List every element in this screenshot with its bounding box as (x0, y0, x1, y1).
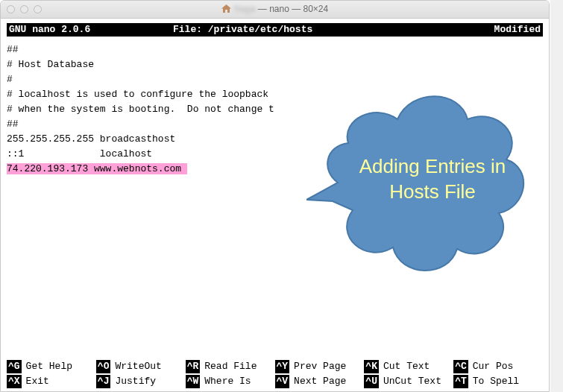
editor-line: # when the system is booting. Do not cha… (7, 104, 274, 115)
editor-line: ## (7, 44, 19, 55)
zoom-window-button[interactable] (34, 5, 42, 13)
editor-line: ## (7, 118, 19, 130)
shortcut-where-is: ^WWhere Is (186, 375, 275, 388)
shortcut-writeout: ^OWriteOut (96, 360, 186, 373)
terminal-content[interactable]: GNU nano 2.0.6 File: /private/etc/hosts … (1, 19, 549, 391)
shortcut-justify: ^JJustify (96, 375, 186, 388)
editor-line-highlighted: 74.220.193.173 www.webnots.com (7, 163, 187, 174)
minimize-window-button[interactable] (20, 5, 28, 13)
close-window-button[interactable] (7, 5, 15, 13)
shortcut-cut-text: ^KCut Text (364, 360, 453, 373)
traffic-lights (7, 5, 42, 13)
shortcut-next-page: ^VNext Page (275, 375, 365, 388)
titlebar: Naga — nano — 80×24 (1, 1, 549, 19)
editor-line: # (7, 74, 13, 85)
editor-line: # localhost is used to configure the loo… (7, 89, 274, 100)
home-icon (221, 4, 231, 15)
shortcut-read-file: ^RRead File (186, 360, 275, 373)
shortcut-to-spell: ^TTo Spell (453, 375, 543, 388)
nano-file-label: File: /private/etc/hosts (173, 23, 466, 37)
nano-version: GNU nano 2.0.6 (9, 23, 173, 37)
shortcut-uncut-text: ^UUnCut Text (364, 375, 453, 388)
editor-line: 255.255.255.255 broadcasthost (7, 133, 175, 145)
shortcut-prev-page: ^YPrev Page (275, 360, 365, 373)
page-scrollbar[interactable] (550, 0, 563, 392)
nano-shortcut-bar: ^GGet Help ^OWriteOut ^RRead File ^YPrev… (7, 360, 543, 388)
shortcut-get-help: ^GGet Help (7, 360, 96, 373)
window-title: Naga — nano — 80×24 (1, 4, 549, 15)
nano-status-bar: GNU nano 2.0.6 File: /private/etc/hosts … (7, 23, 543, 37)
nano-modified-status: Modified (466, 23, 541, 37)
editor-line: ::1 localhost (7, 148, 152, 159)
shortcut-exit: ^XExit (7, 375, 96, 388)
shortcut-cur-pos: ^CCur Pos (453, 360, 543, 373)
terminal-window: Naga — nano — 80×24 GNU nano 2.0.6 File:… (0, 0, 550, 392)
nano-editor-area[interactable]: ## # Host Database # # localhost is used… (7, 42, 543, 177)
editor-line: # Host Database (7, 59, 94, 70)
